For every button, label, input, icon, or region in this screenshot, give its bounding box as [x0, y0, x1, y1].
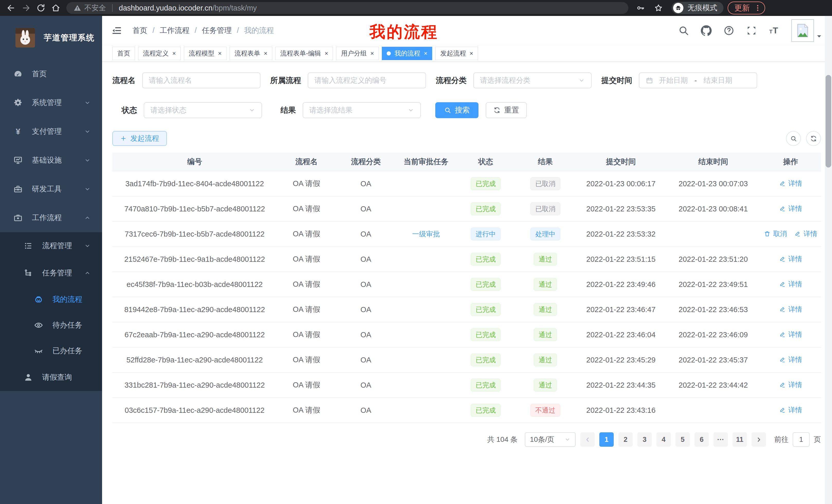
user-avatar-menu[interactable] [791, 19, 823, 42]
reload-icon[interactable] [33, 1, 48, 16]
forward-icon[interactable] [19, 1, 33, 16]
app-logo-row[interactable]: 芋道管理系统 [0, 16, 102, 60]
view-tab[interactable]: 用户分组 × [336, 47, 379, 60]
page-size-select[interactable]: 10条/页 [525, 432, 576, 447]
detail-link[interactable]: 详情 [779, 279, 802, 289]
sidebar-item[interactable]: 已办任务 [0, 338, 102, 364]
view-tab[interactable]: 发起流程 × [435, 47, 478, 60]
sidebar-item-label: 请假查询 [42, 372, 72, 383]
detail-link[interactable]: 详情 [779, 355, 802, 364]
security-warning[interactable]: 不安全 [74, 3, 106, 13]
refresh-table-button[interactable] [806, 131, 821, 146]
search-button[interactable]: 搜索 [435, 102, 478, 118]
sidebar-item[interactable]: 工作流程 [0, 203, 102, 232]
breadcrumb-home[interactable]: 首页 [132, 25, 147, 36]
sidebar-item[interactable]: 待办任务 [0, 312, 102, 338]
sidebar-item[interactable]: 研发工具 [0, 175, 102, 203]
view-tab[interactable]: 流程定义 × [138, 47, 181, 60]
close-tab-icon[interactable]: × [264, 50, 267, 57]
close-tab-icon[interactable]: × [218, 50, 222, 57]
parent-process-input[interactable]: 请输入流程定义的编号 [308, 73, 426, 88]
page-number-button[interactable]: 3 [638, 432, 652, 447]
date-range-input[interactable]: 开始日期 - 结束日期 [639, 73, 757, 88]
status-select[interactable]: 请选择状态 [144, 102, 262, 118]
start-process-button[interactable]: 发起流程 [112, 131, 167, 146]
table-header-cell: 结束时间 [666, 152, 760, 171]
detail-link[interactable]: 详情 [779, 330, 802, 339]
sidebar-item[interactable]: 系统管理 [0, 88, 102, 117]
view-tab[interactable]: 首页 × [112, 47, 135, 60]
key-icon[interactable] [636, 4, 645, 12]
page-number-button[interactable]: 1 [599, 432, 614, 447]
breadcrumb-task[interactable]: 任务管理 [202, 25, 232, 36]
close-tab-icon[interactable]: × [172, 50, 176, 57]
scrollbar-thumb[interactable] [826, 75, 831, 167]
page-number-button[interactable]: 6 [695, 432, 709, 447]
next-page-button[interactable] [752, 432, 766, 447]
table-row: 331bc281-7b9a-11ec-a290-acde48001122 OA … [112, 372, 821, 398]
view-tab[interactable]: 流程表单 × [230, 47, 272, 60]
flow-list-icon [23, 241, 34, 250]
current-task-link[interactable]: 一级审批 [412, 229, 440, 239]
home-icon[interactable] [48, 1, 63, 16]
process-name-label: 流程名 [112, 75, 135, 86]
page-number-button[interactable]: 4 [656, 432, 671, 447]
sidebar-item[interactable]: 基础设施 [0, 146, 102, 175]
fontsize-icon[interactable]: TT [769, 25, 780, 36]
view-tab[interactable]: 我的流程 × [382, 47, 432, 60]
result-select[interactable]: 请选择流结果 [303, 102, 421, 118]
sidebar-item[interactable]: 我的流程 [0, 287, 102, 312]
pagination: 共 104 条 10条/页 1 2 3 4 [112, 432, 821, 447]
table-header-cell: 流程分类 [336, 152, 396, 171]
detail-link[interactable]: 详情 [779, 405, 802, 415]
sidebar-item[interactable]: 任务管理 [0, 259, 102, 287]
page-number-button[interactable]: 11 [732, 432, 747, 447]
result-badge: 不通过 [530, 404, 560, 417]
table-header-cell: 提交时间 [576, 152, 666, 171]
close-tab-icon[interactable]: × [424, 50, 427, 57]
sidebar-item[interactable]: 流程管理 [0, 232, 102, 259]
close-tab-icon[interactable]: × [469, 50, 473, 57]
sidebar-item[interactable]: ¥ 支付管理 [0, 117, 102, 146]
page-number-button[interactable]: 5 [675, 432, 690, 447]
hide-search-button[interactable] [786, 131, 801, 146]
star-icon[interactable] [654, 4, 663, 12]
detail-link[interactable]: 详情 [779, 204, 802, 213]
view-tab[interactable]: 流程表单-编辑 × [275, 47, 333, 60]
collapse-sidebar-icon[interactable] [111, 25, 122, 36]
address-bar[interactable]: 不安全 dashboard.yudao.iocoder.cn/bpm/task/… [66, 2, 628, 14]
detail-link[interactable]: 详情 [779, 380, 802, 389]
page-number-button[interactable]: ··· [713, 432, 728, 447]
detail-link[interactable]: 详情 [779, 305, 802, 314]
github-icon[interactable] [701, 25, 712, 36]
browser-menu-dots-icon[interactable] [754, 4, 761, 12]
close-tab-icon[interactable]: × [370, 50, 374, 57]
page-number-button[interactable]: 2 [618, 432, 633, 447]
edit-pen-icon [794, 230, 801, 237]
back-icon[interactable] [4, 1, 19, 16]
search-icon[interactable] [678, 25, 689, 36]
category-select[interactable]: 请选择流程分类 [473, 73, 592, 88]
detail-link[interactable]: 详情 [779, 179, 802, 188]
process-name-input[interactable]: 请输入流程名 [142, 73, 260, 88]
sidebar-item[interactable]: 首页 [0, 60, 102, 88]
detail-link[interactable]: 详情 [779, 254, 802, 263]
sidebar-item[interactable]: 请假查询 [0, 364, 102, 391]
cell-process-name: OA 请假 [277, 322, 336, 347]
update-button[interactable]: 更新 [728, 2, 765, 15]
chevron-down-icon [84, 128, 91, 135]
close-tab-icon[interactable]: × [324, 50, 328, 57]
detail-link[interactable]: 详情 [794, 229, 817, 239]
goto-page-input[interactable] [793, 432, 810, 447]
scrollbar[interactable] [825, 16, 832, 504]
view-tab[interactable]: 流程模型 × [184, 47, 227, 60]
cell-submit-time: 2022-01-22 23:51:15 [576, 247, 666, 272]
help-icon[interactable] [724, 25, 734, 36]
reset-button[interactable]: 重置 [486, 102, 527, 118]
fullscreen-icon[interactable] [746, 25, 757, 36]
cancel-link[interactable]: 取消 [764, 229, 787, 239]
breadcrumb-current: 我的流程 [244, 25, 274, 36]
edit-pen-icon [779, 306, 786, 313]
breadcrumb-workflow[interactable]: 工作流程 [160, 25, 189, 36]
prev-page-button[interactable] [580, 432, 595, 447]
